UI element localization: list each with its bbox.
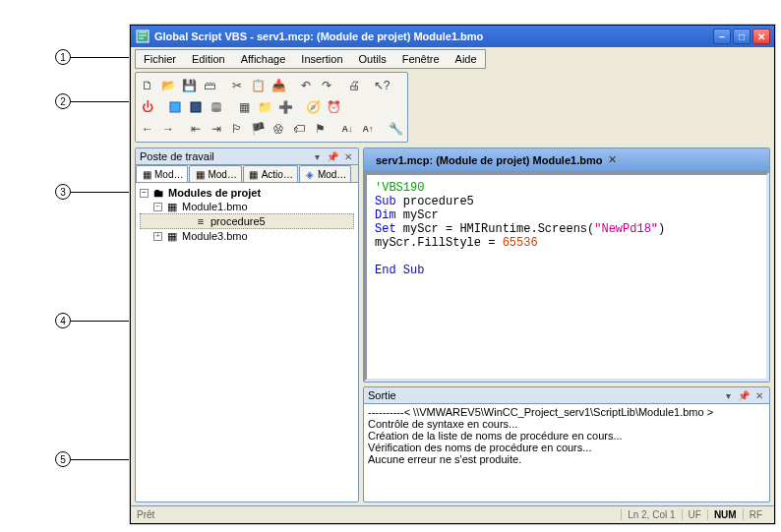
status-ready: Prêt: [137, 509, 154, 520]
flag-e-icon[interactable]: ⚑: [310, 119, 330, 139]
callout-4: 4: [55, 313, 71, 328]
code-line: ): [658, 222, 665, 236]
code-line: Sub: [375, 195, 396, 208]
outdent-icon[interactable]: ⇤: [186, 119, 206, 139]
indent-icon[interactable]: ⇥: [207, 119, 226, 139]
print-icon[interactable]: 🖨: [344, 76, 364, 95]
new-icon[interactable]: 🗋: [138, 76, 157, 95]
box-blue-icon[interactable]: [165, 97, 185, 117]
tree-root[interactable]: − 🖿 Modules de projet: [140, 186, 354, 200]
flag-c-icon[interactable]: 🏵: [269, 119, 288, 139]
statusbar: Prêt Ln 2, Col 1 UF NUM RF: [131, 505, 774, 523]
flag-d-icon[interactable]: 🏷: [289, 119, 309, 139]
copy-icon[interactable]: 📋: [248, 76, 268, 95]
arrow-right-icon[interactable]: →: [158, 119, 178, 139]
menu-file[interactable]: Fichier: [136, 51, 184, 67]
panel-close-icon[interactable]: ✕: [342, 150, 354, 162]
flag-b-icon[interactable]: 🏴: [248, 119, 268, 139]
ab1-icon[interactable]: A↓: [337, 119, 357, 139]
save-all-icon[interactable]: 🗃: [200, 76, 219, 95]
clock-icon[interactable]: ⏰: [324, 97, 343, 117]
toolbar-row-1: 🗋 📂 💾 🗃 ✂ 📋 📥 ↶ ↷ 🖨 ↖?: [138, 75, 405, 96]
table-icon[interactable]: ▦: [234, 97, 254, 117]
code-editor[interactable]: 'VBS190 Sub procedure5 Dim myScr Set myS…: [364, 172, 769, 382]
tree-item-procedure5[interactable]: ≡ procedure5: [140, 213, 354, 229]
maximize-button[interactable]: □: [733, 29, 751, 44]
help-cursor-icon[interactable]: ↖?: [372, 76, 391, 95]
workspace-title: Poste de travail ▾ 📌 ✕: [136, 148, 358, 165]
callout-2: 2: [55, 93, 71, 109]
minimize-button[interactable]: –: [713, 29, 731, 44]
db-icon[interactable]: [207, 97, 226, 117]
redo-icon[interactable]: ↷: [317, 76, 336, 95]
menu-insert[interactable]: Insertion: [293, 51, 350, 67]
panel-close-icon[interactable]: ✕: [753, 389, 765, 401]
svg-rect-1: [170, 102, 180, 112]
tree-collapse-icon[interactable]: −: [153, 203, 162, 211]
tab-actions[interactable]: ▦Actio…: [243, 165, 298, 182]
editor-tab-close-icon[interactable]: ✕: [608, 153, 617, 166]
code-line: myScr: [396, 208, 439, 222]
status-num: NUM: [707, 509, 743, 520]
callout-line: [71, 57, 134, 58]
pin-icon[interactable]: 📌: [327, 150, 338, 162]
output-body[interactable]: ----------< \\VMWAREV5\WinCC_Project_ser…: [364, 404, 769, 502]
paste-icon[interactable]: 📥: [269, 76, 288, 95]
status-uf: UF: [682, 509, 707, 520]
output-title: Sortie ▾ 📌 ✕: [364, 387, 769, 404]
wrench-icon[interactable]: 🔧: [386, 119, 405, 139]
pin-icon[interactable]: 📌: [738, 389, 750, 401]
tab-mod-3[interactable]: ◈Mod…: [299, 165, 351, 182]
output-line: Aucune erreur ne s'est produite.: [368, 453, 521, 465]
code-line: End Sub: [375, 264, 424, 277]
menu-tools[interactable]: Outils: [351, 51, 394, 67]
project-tree: − 🖿 Modules de projet − ▦ Module1.bmo ≡ …: [136, 183, 358, 502]
callout-1: 1: [55, 49, 71, 65]
open-icon[interactable]: 📂: [158, 76, 178, 95]
box-dark-icon[interactable]: [186, 97, 206, 117]
toolbar-container: 🗋 📂 💾 🗃 ✂ 📋 📥 ↶ ↷ 🖨 ↖? ⏻ ▦ 📁 ➕: [135, 72, 408, 143]
menu-help[interactable]: Aide: [448, 51, 485, 67]
cut-icon[interactable]: ✂: [227, 76, 247, 95]
code-line: "NewPd18": [594, 222, 658, 236]
close-button[interactable]: ✕: [752, 29, 770, 44]
tab-mod-2[interactable]: ▦Mod…: [189, 165, 241, 182]
exit-icon[interactable]: ⏻: [138, 97, 157, 117]
module-icon: ▦: [165, 230, 179, 242]
compass-icon[interactable]: 🧭: [303, 97, 323, 117]
editor-tab-label: serv1.mcp: (Module de projet) Module1.bm…: [376, 154, 602, 166]
module-icon: ▦: [165, 201, 179, 212]
code-line: 'VBS190: [375, 181, 424, 195]
tree-item-module1[interactable]: − ▦ Module1.bmo: [140, 200, 354, 213]
code-line: myScr = HMIRuntime.Screens(: [396, 222, 595, 236]
tree-collapse-icon[interactable]: −: [140, 189, 149, 198]
arrow-left-icon[interactable]: ←: [138, 119, 157, 139]
workspace-tabs: ▦Mod… ▦Mod… ▦Actio… ◈Mod…: [136, 165, 358, 183]
menu-edit[interactable]: Edition: [184, 51, 233, 67]
tree-expand-icon[interactable]: +: [153, 232, 162, 241]
toolbar-row-2: ⏻ ▦ 📁 ➕ 🧭 ⏰: [138, 96, 405, 118]
folder-plus-icon[interactable]: ➕: [275, 97, 295, 117]
undo-icon[interactable]: ↶: [296, 76, 316, 95]
dropdown-icon[interactable]: ▾: [311, 150, 323, 162]
folder-icon[interactable]: 📁: [255, 97, 274, 117]
window-title: Global Script VBS - serv1.mcp: (Module d…: [154, 30, 483, 42]
menu-window[interactable]: Fenêtre: [394, 51, 448, 67]
save-icon[interactable]: 💾: [179, 76, 199, 95]
callout-line: [71, 101, 134, 102]
svg-rect-2: [191, 102, 201, 112]
ab2-icon[interactable]: A↑: [358, 119, 378, 139]
menubar: Fichier Edition Affichage Insertion Outi…: [135, 49, 486, 69]
flag-a-icon[interactable]: 🏳: [227, 119, 247, 139]
code-line: Set: [375, 222, 396, 236]
dropdown-icon[interactable]: ▾: [722, 389, 734, 401]
app-window: Global Script VBS - serv1.mcp: (Module d…: [130, 25, 775, 524]
callout-5: 5: [55, 451, 71, 467]
tab-mod-1[interactable]: ▦Mod…: [136, 165, 188, 182]
menu-view[interactable]: Affichage: [233, 51, 294, 67]
svg-point-5: [211, 108, 221, 112]
tree-item-module3[interactable]: + ▦ Module3.bmo: [140, 229, 354, 243]
callout-line: [71, 192, 134, 193]
output-panel: Sortie ▾ 📌 ✕ ----------< \\VMWAREV5\WinC…: [363, 386, 770, 502]
editor-tab[interactable]: serv1.mcp: (Module de projet) Module1.bm…: [370, 151, 623, 168]
